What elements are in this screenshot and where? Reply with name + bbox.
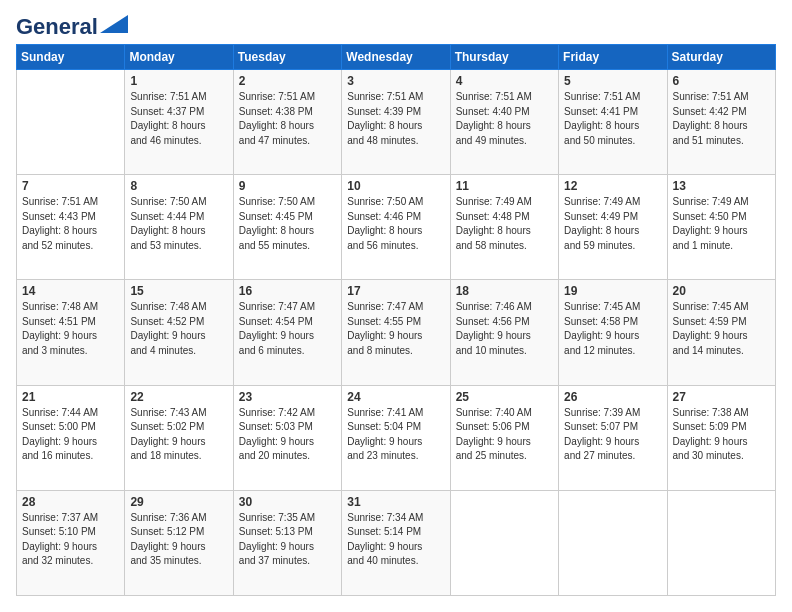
day-info: Sunrise: 7:48 AM Sunset: 4:51 PM Dayligh… (22, 300, 119, 358)
day-cell: 12Sunrise: 7:49 AM Sunset: 4:49 PM Dayli… (559, 175, 667, 280)
day-number: 1 (130, 74, 227, 88)
day-cell: 19Sunrise: 7:45 AM Sunset: 4:58 PM Dayli… (559, 280, 667, 385)
day-number: 13 (673, 179, 770, 193)
day-info: Sunrise: 7:49 AM Sunset: 4:50 PM Dayligh… (673, 195, 770, 253)
weekday-header-wednesday: Wednesday (342, 45, 450, 70)
day-info: Sunrise: 7:40 AM Sunset: 5:06 PM Dayligh… (456, 406, 553, 464)
day-cell: 31Sunrise: 7:34 AM Sunset: 5:14 PM Dayli… (342, 490, 450, 595)
day-cell: 23Sunrise: 7:42 AM Sunset: 5:03 PM Dayli… (233, 385, 341, 490)
day-cell: 21Sunrise: 7:44 AM Sunset: 5:00 PM Dayli… (17, 385, 125, 490)
day-info: Sunrise: 7:39 AM Sunset: 5:07 PM Dayligh… (564, 406, 661, 464)
day-number: 3 (347, 74, 444, 88)
day-number: 2 (239, 74, 336, 88)
day-cell: 6Sunrise: 7:51 AM Sunset: 4:42 PM Daylig… (667, 70, 775, 175)
day-cell: 18Sunrise: 7:46 AM Sunset: 4:56 PM Dayli… (450, 280, 558, 385)
day-info: Sunrise: 7:45 AM Sunset: 4:58 PM Dayligh… (564, 300, 661, 358)
day-cell (17, 70, 125, 175)
day-cell: 8Sunrise: 7:50 AM Sunset: 4:44 PM Daylig… (125, 175, 233, 280)
day-number: 28 (22, 495, 119, 509)
day-number: 4 (456, 74, 553, 88)
day-info: Sunrise: 7:44 AM Sunset: 5:00 PM Dayligh… (22, 406, 119, 464)
day-info: Sunrise: 7:51 AM Sunset: 4:38 PM Dayligh… (239, 90, 336, 148)
day-number: 23 (239, 390, 336, 404)
day-number: 30 (239, 495, 336, 509)
day-number: 15 (130, 284, 227, 298)
day-info: Sunrise: 7:36 AM Sunset: 5:12 PM Dayligh… (130, 511, 227, 569)
day-info: Sunrise: 7:49 AM Sunset: 4:49 PM Dayligh… (564, 195, 661, 253)
weekday-header-friday: Friday (559, 45, 667, 70)
week-row-3: 21Sunrise: 7:44 AM Sunset: 5:00 PM Dayli… (17, 385, 776, 490)
day-number: 5 (564, 74, 661, 88)
day-info: Sunrise: 7:48 AM Sunset: 4:52 PM Dayligh… (130, 300, 227, 358)
day-cell: 22Sunrise: 7:43 AM Sunset: 5:02 PM Dayli… (125, 385, 233, 490)
day-info: Sunrise: 7:50 AM Sunset: 4:45 PM Dayligh… (239, 195, 336, 253)
logo-icon (100, 15, 128, 33)
calendar-body: 1Sunrise: 7:51 AM Sunset: 4:37 PM Daylig… (17, 70, 776, 596)
day-info: Sunrise: 7:51 AM Sunset: 4:42 PM Dayligh… (673, 90, 770, 148)
day-info: Sunrise: 7:47 AM Sunset: 4:54 PM Dayligh… (239, 300, 336, 358)
day-info: Sunrise: 7:47 AM Sunset: 4:55 PM Dayligh… (347, 300, 444, 358)
day-number: 12 (564, 179, 661, 193)
day-number: 31 (347, 495, 444, 509)
day-cell: 7Sunrise: 7:51 AM Sunset: 4:43 PM Daylig… (17, 175, 125, 280)
day-number: 19 (564, 284, 661, 298)
day-info: Sunrise: 7:51 AM Sunset: 4:43 PM Dayligh… (22, 195, 119, 253)
day-cell: 27Sunrise: 7:38 AM Sunset: 5:09 PM Dayli… (667, 385, 775, 490)
day-number: 16 (239, 284, 336, 298)
day-cell: 1Sunrise: 7:51 AM Sunset: 4:37 PM Daylig… (125, 70, 233, 175)
day-number: 18 (456, 284, 553, 298)
logo: General (16, 16, 128, 34)
day-info: Sunrise: 7:46 AM Sunset: 4:56 PM Dayligh… (456, 300, 553, 358)
weekday-header-thursday: Thursday (450, 45, 558, 70)
week-row-0: 1Sunrise: 7:51 AM Sunset: 4:37 PM Daylig… (17, 70, 776, 175)
day-cell: 17Sunrise: 7:47 AM Sunset: 4:55 PM Dayli… (342, 280, 450, 385)
day-cell: 15Sunrise: 7:48 AM Sunset: 4:52 PM Dayli… (125, 280, 233, 385)
day-number: 25 (456, 390, 553, 404)
day-cell: 5Sunrise: 7:51 AM Sunset: 4:41 PM Daylig… (559, 70, 667, 175)
page: General SundayMondayTuesdayWednesdayThur… (0, 0, 792, 612)
day-number: 17 (347, 284, 444, 298)
day-number: 21 (22, 390, 119, 404)
day-info: Sunrise: 7:50 AM Sunset: 4:44 PM Dayligh… (130, 195, 227, 253)
day-number: 29 (130, 495, 227, 509)
weekday-header-row: SundayMondayTuesdayWednesdayThursdayFrid… (17, 45, 776, 70)
week-row-2: 14Sunrise: 7:48 AM Sunset: 4:51 PM Dayli… (17, 280, 776, 385)
weekday-header-saturday: Saturday (667, 45, 775, 70)
day-number: 7 (22, 179, 119, 193)
day-cell (559, 490, 667, 595)
day-number: 22 (130, 390, 227, 404)
day-cell: 13Sunrise: 7:49 AM Sunset: 4:50 PM Dayli… (667, 175, 775, 280)
day-cell (667, 490, 775, 595)
day-cell: 29Sunrise: 7:36 AM Sunset: 5:12 PM Dayli… (125, 490, 233, 595)
day-cell: 4Sunrise: 7:51 AM Sunset: 4:40 PM Daylig… (450, 70, 558, 175)
weekday-header-monday: Monday (125, 45, 233, 70)
day-cell: 30Sunrise: 7:35 AM Sunset: 5:13 PM Dayli… (233, 490, 341, 595)
day-info: Sunrise: 7:51 AM Sunset: 4:41 PM Dayligh… (564, 90, 661, 148)
day-cell: 10Sunrise: 7:50 AM Sunset: 4:46 PM Dayli… (342, 175, 450, 280)
day-cell: 26Sunrise: 7:39 AM Sunset: 5:07 PM Dayli… (559, 385, 667, 490)
day-number: 9 (239, 179, 336, 193)
day-number: 10 (347, 179, 444, 193)
day-number: 14 (22, 284, 119, 298)
day-info: Sunrise: 7:50 AM Sunset: 4:46 PM Dayligh… (347, 195, 444, 253)
day-cell: 2Sunrise: 7:51 AM Sunset: 4:38 PM Daylig… (233, 70, 341, 175)
day-cell: 9Sunrise: 7:50 AM Sunset: 4:45 PM Daylig… (233, 175, 341, 280)
day-cell: 16Sunrise: 7:47 AM Sunset: 4:54 PM Dayli… (233, 280, 341, 385)
day-info: Sunrise: 7:51 AM Sunset: 4:39 PM Dayligh… (347, 90, 444, 148)
day-cell: 20Sunrise: 7:45 AM Sunset: 4:59 PM Dayli… (667, 280, 775, 385)
day-number: 6 (673, 74, 770, 88)
weekday-header-tuesday: Tuesday (233, 45, 341, 70)
day-number: 20 (673, 284, 770, 298)
week-row-4: 28Sunrise: 7:37 AM Sunset: 5:10 PM Dayli… (17, 490, 776, 595)
day-info: Sunrise: 7:35 AM Sunset: 5:13 PM Dayligh… (239, 511, 336, 569)
day-number: 24 (347, 390, 444, 404)
svg-marker-0 (100, 15, 128, 33)
day-cell: 11Sunrise: 7:49 AM Sunset: 4:48 PM Dayli… (450, 175, 558, 280)
day-info: Sunrise: 7:51 AM Sunset: 4:40 PM Dayligh… (456, 90, 553, 148)
weekday-header-sunday: Sunday (17, 45, 125, 70)
logo-text: General (16, 16, 98, 38)
day-info: Sunrise: 7:37 AM Sunset: 5:10 PM Dayligh… (22, 511, 119, 569)
day-number: 8 (130, 179, 227, 193)
day-info: Sunrise: 7:38 AM Sunset: 5:09 PM Dayligh… (673, 406, 770, 464)
day-cell: 28Sunrise: 7:37 AM Sunset: 5:10 PM Dayli… (17, 490, 125, 595)
